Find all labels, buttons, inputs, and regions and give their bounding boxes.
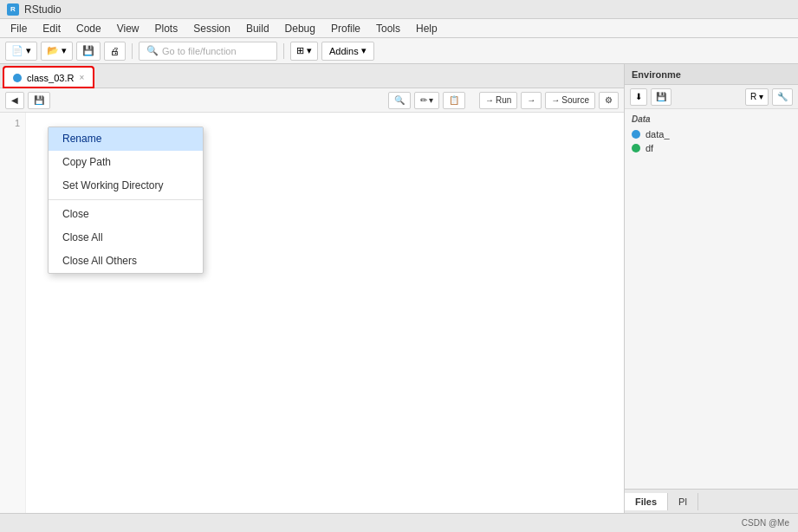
chevron-down-icon: ▾ — [26, 45, 31, 56]
menu-debug[interactable]: Debug — [278, 21, 322, 36]
run-arrow-icon: → — [485, 95, 494, 105]
run-next-icon: → — [527, 95, 535, 105]
line-number-1: 1 — [0, 116, 20, 130]
editor-panel: class_03.R × ◀ 💾 🔍 ✏ ▾ 📋 — [0, 64, 625, 513]
back-icon: ◀ — [11, 95, 18, 105]
layout-icon: ⊞ — [296, 45, 304, 56]
menu-session[interactable]: Session — [186, 21, 237, 36]
env-import-button[interactable]: ⬇ — [630, 88, 647, 106]
env-save-button[interactable]: 💾 — [651, 88, 671, 106]
status-text: CSDN @Me — [742, 518, 789, 528]
editor-tab-class03[interactable]: class_03.R × — [3, 67, 94, 88]
menu-view[interactable]: View — [110, 21, 146, 36]
ctx-copy-path[interactable]: Copy Path — [49, 151, 203, 174]
spell-icon: ✏ — [420, 95, 427, 105]
tab-bar: class_03.R × — [0, 64, 624, 88]
ctx-close-all[interactable]: Close All — [49, 226, 203, 250]
right-panel: Environme ⬇ 💾 R ▾ 🔧 Data data_ df Files … — [625, 64, 798, 513]
new-file-icon: 📄 — [11, 45, 23, 56]
menu-file[interactable]: File — [3, 21, 34, 36]
environment-header: Environme — [625, 64, 798, 85]
open-chevron-icon: ▾ — [62, 45, 67, 56]
app-title: RStudio — [24, 3, 62, 16]
toolbar-sep-2 — [283, 43, 284, 59]
save-icon: 💾 — [82, 45, 94, 56]
status-bar: CSDN @Me — [0, 513, 798, 532]
source-button[interactable]: → Source — [545, 92, 595, 109]
settings-icon: ⚙ — [605, 95, 613, 105]
addins-chevron-icon: ▾ — [361, 45, 367, 56]
run-label: Run — [496, 95, 511, 105]
save-script-icon: 💾 — [34, 95, 44, 105]
env-toolbar: ⬇ 💾 R ▾ 🔧 — [625, 85, 798, 109]
plots-tab[interactable]: Pl — [668, 493, 698, 510]
main-toolbar: 📄 ▾ 📂 ▾ 💾 🖨 🔍 Go to file/function ⊞ ▾ Ad… — [0, 38, 798, 64]
layout-chevron-icon: ▾ — [307, 45, 312, 56]
new-file-button[interactable]: 📄 ▾ — [5, 42, 37, 61]
search-button[interactable]: 🔍 — [388, 92, 411, 109]
print-button[interactable]: 🖨 — [104, 42, 126, 61]
spell-chevron-icon: ▾ — [429, 95, 433, 105]
run-button[interactable]: → Run — [479, 92, 517, 109]
env-item-data[interactable]: data_ — [632, 127, 791, 141]
title-bar: R RStudio — [0, 0, 798, 19]
environment-title: Environme — [632, 69, 681, 80]
addins-label: Addins — [329, 46, 359, 56]
magnify-icon: 🔍 — [394, 95, 405, 105]
files-tab[interactable]: Files — [625, 493, 668, 510]
search-icon: 🔍 — [146, 45, 159, 56]
tab-file-icon — [13, 74, 22, 82]
ctx-close[interactable]: Close — [49, 203, 203, 226]
open-icon: 📂 — [47, 45, 59, 56]
right-panel-bottom-tabs: Files Pl — [625, 489, 798, 513]
toolbar-separator — [132, 43, 133, 59]
env-content: Data data_ df — [625, 109, 798, 489]
layout-button[interactable]: ⊞ ▾ — [290, 42, 318, 61]
menu-plots[interactable]: Plots — [148, 21, 185, 36]
editor-toolbar: ◀ 💾 🔍 ✏ ▾ 📋 → Run → — [0, 88, 624, 113]
context-menu: Rename Copy Path Set Working Directory C… — [48, 127, 204, 274]
menu-build[interactable]: Build — [239, 21, 276, 36]
data-dot-icon — [632, 130, 640, 139]
env-action-button[interactable]: 🔧 — [772, 88, 793, 106]
save-script-button[interactable]: 💾 — [28, 92, 50, 109]
menu-profile[interactable]: Profile — [324, 21, 367, 36]
go-to-file-input[interactable]: 🔍 Go to file/function — [139, 42, 277, 61]
go-to-file-placeholder: Go to file/function — [162, 46, 237, 56]
env-r-button[interactable]: R ▾ — [745, 88, 769, 106]
env-item-df[interactable]: df — [632, 141, 791, 155]
open-file-button[interactable]: 📂 ▾ — [41, 42, 73, 61]
settings-button[interactable]: ⚙ — [599, 92, 619, 109]
tab-close-button[interactable]: × — [79, 73, 84, 82]
menu-edit[interactable]: Edit — [36, 21, 68, 36]
menu-help[interactable]: Help — [409, 21, 444, 36]
ctx-divider — [49, 199, 203, 200]
data-section-label: Data — [632, 114, 791, 124]
menu-bar: File Edit Code View Plots Session Build … — [0, 19, 798, 38]
source-arrow-icon: → — [551, 95, 560, 105]
env-item-data-label: data_ — [646, 129, 670, 139]
line-numbers: 1 — [0, 113, 26, 513]
env-item-df-label: df — [646, 143, 653, 153]
addins-button[interactable]: Addins ▾ — [321, 42, 374, 61]
save-button[interactable]: 💾 — [76, 42, 101, 61]
ctx-set-working-dir[interactable]: Set Working Directory — [49, 174, 203, 198]
ctx-rename[interactable]: Rename — [49, 127, 203, 151]
app-icon: R — [7, 3, 19, 16]
df-dot-icon — [632, 144, 640, 152]
run-next-button[interactable]: → — [521, 92, 542, 109]
compile-button[interactable]: 📋 — [443, 92, 465, 109]
tab-label: class_03.R — [27, 73, 74, 83]
compile-icon: 📋 — [449, 95, 459, 105]
menu-tools[interactable]: Tools — [369, 21, 407, 36]
menu-code[interactable]: Code — [69, 21, 108, 36]
ctx-close-all-others[interactable]: Close All Others — [49, 250, 203, 273]
back-button[interactable]: ◀ — [5, 92, 24, 109]
spell-check-button[interactable]: ✏ ▾ — [414, 92, 439, 109]
main-layout: class_03.R × ◀ 💾 🔍 ✏ ▾ 📋 — [0, 64, 798, 513]
print-icon: 🖨 — [110, 46, 120, 56]
source-label: Source — [561, 95, 589, 105]
